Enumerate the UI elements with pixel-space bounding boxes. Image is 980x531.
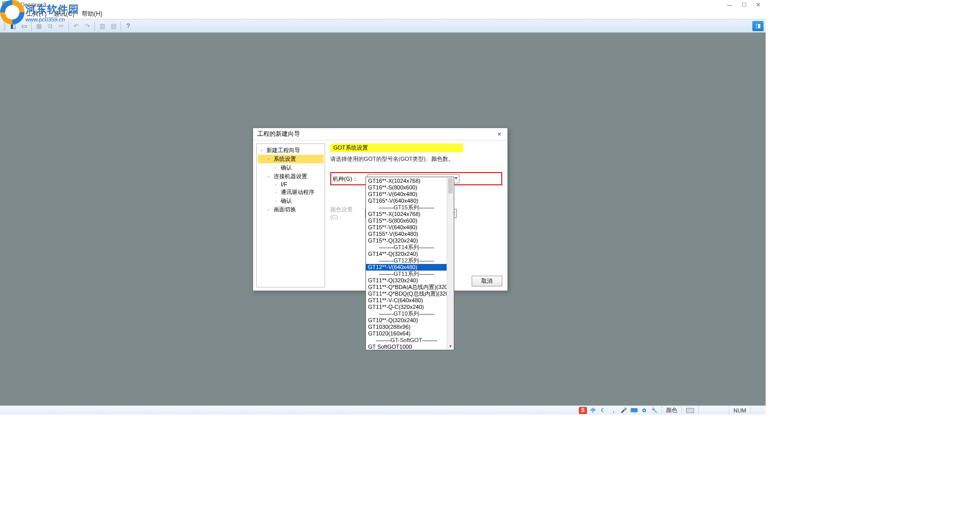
- dropdown-group-header: GT12系列: [366, 257, 447, 264]
- dropdown-item[interactable]: GT15**-V(640x480): [366, 224, 447, 231]
- statusbar: S 中 ☾ ， 🎤 ⌨ ✿ 🔧 颜色 NUM: [0, 405, 766, 415]
- status-empty2: [750, 406, 763, 415]
- dropdown-item[interactable]: GT11**-Q-C(320x240): [366, 304, 447, 310]
- status-empty: [698, 406, 729, 415]
- dropdown-item[interactable]: GT155*-V(640x480): [366, 231, 447, 237]
- model-dropdown-list[interactable]: GT16**-X(1024x768)GT16**-S(800x600)GT16*…: [365, 177, 454, 350]
- tree-node-label: 新建工程向导: [266, 147, 300, 154]
- dropdown-item[interactable]: GT12**-V(640x480): [366, 264, 447, 271]
- toolbar-separator: [94, 21, 95, 31]
- tree-node[interactable]: 连接机器设置: [258, 172, 324, 181]
- dropdown-scrollbar[interactable]: ▲ ▼: [447, 177, 454, 350]
- doc-icon: [258, 148, 265, 154]
- toolbar-align-icon: ▤: [108, 21, 118, 31]
- toolbar-undo-icon: ↶: [71, 21, 81, 31]
- section-header: GOT系统设置: [330, 143, 463, 152]
- ime-gear-icon[interactable]: ✿: [640, 407, 648, 414]
- app-title: GT Designer3: [11, 2, 46, 8]
- dialog-title: 工程的新建向导: [257, 130, 300, 138]
- tree-node-label: 确认: [281, 197, 292, 205]
- toolbar-paste-icon: ▦: [34, 21, 44, 31]
- toolbar-separator: [31, 21, 32, 31]
- dropdown-item[interactable]: GT15**-S(800x600): [366, 218, 447, 224]
- dropdown-group-header: GT15系列: [366, 204, 447, 211]
- dialog-close-button[interactable]: ×: [495, 130, 503, 138]
- dropdown-item[interactable]: GT16**-X(1024x768): [366, 178, 447, 184]
- menu-tools[interactable]: 工具(T): [27, 10, 46, 18]
- status-color-label: 颜色: [662, 406, 681, 415]
- status-num: NUM: [729, 406, 750, 415]
- tree-node[interactable]: 画面切换: [258, 205, 324, 214]
- dropdown-item[interactable]: GT16**-V(640x480): [366, 191, 447, 198]
- ime-tray: S 中 ☾ ， 🎤 ⌨ ✿ 🔧: [576, 407, 662, 414]
- tree-node[interactable]: 确认: [258, 197, 324, 205]
- ime-keyboard-icon[interactable]: ⌨: [630, 407, 638, 414]
- tree-node[interactable]: 确认: [258, 163, 324, 172]
- dialog-titlebar[interactable]: 工程的新建向导 ×: [253, 128, 507, 140]
- dropdown-item[interactable]: GT SoftGOT1000: [366, 344, 447, 350]
- dropdown-item[interactable]: GT15**-X(1024x768): [366, 211, 447, 218]
- status-color-swatch: [681, 406, 698, 415]
- titlebar: GT Designer3 — ☐ ✕: [0, 0, 766, 9]
- window-close-button[interactable]: ✕: [756, 2, 761, 8]
- menu-comm[interactable]: 通讯(C): [54, 10, 75, 18]
- toolbar: ◧ ▭ ▦ ⧉ ✂ ↶ ↷ ▥ ▤ ? ◨: [0, 19, 766, 33]
- dropdown-item[interactable]: GT11**-V-C(640x480): [366, 297, 447, 304]
- dropdown-group-header: GT10系列: [366, 310, 447, 317]
- scroll-thumb[interactable]: [448, 178, 453, 194]
- toolbar-separator: [120, 21, 121, 31]
- tree-node[interactable]: 通讯驱动程序: [258, 188, 324, 197]
- toolbar-redo-icon: ↷: [82, 21, 92, 31]
- model-label: 机种(G)：: [333, 175, 368, 183]
- mon-icon: [265, 174, 272, 180]
- toolbar-help-icon[interactable]: ?: [123, 21, 133, 31]
- ime-tool-icon[interactable]: 🔧: [650, 407, 658, 414]
- toolbar-copy-icon: ⧉: [45, 21, 55, 31]
- tree-node[interactable]: I/F: [258, 181, 324, 188]
- bulb-icon: [272, 165, 279, 171]
- mon-icon: [265, 207, 272, 213]
- bulb-icon: [272, 181, 279, 187]
- tree-node-label: 系统设置: [274, 155, 296, 163]
- tree-node-label: 通讯驱动程序: [281, 188, 314, 196]
- toolbar-separator: [68, 21, 69, 31]
- menu-help[interactable]: 帮助(H): [82, 10, 103, 18]
- tree-node-label: 连接机器设置: [274, 173, 307, 180]
- tree-node-label: 画面切换: [274, 206, 296, 213]
- ime-mic-icon[interactable]: 🎤: [620, 407, 628, 414]
- bulb-icon: [272, 189, 279, 196]
- color-label: 颜色设置(C)：: [330, 206, 365, 221]
- dropdown-item[interactable]: GT11**-Q(320x240): [366, 277, 447, 284]
- dropdown-item[interactable]: GT16**-S(800x600): [366, 184, 447, 191]
- tree-node-label: 确认: [281, 164, 292, 172]
- dropdown-item[interactable]: GT1020(160x64): [366, 330, 447, 337]
- ime-moon-icon[interactable]: ☾: [599, 407, 607, 414]
- dropdown-item[interactable]: GT10**-Q(320x240): [366, 317, 447, 324]
- bulb-icon: [272, 198, 279, 204]
- toolbar-new-icon[interactable]: ◧: [8, 21, 18, 31]
- toolbar-open-icon[interactable]: ▭: [19, 21, 29, 31]
- toolbar-rightpane-icon[interactable]: ◨: [752, 21, 764, 31]
- ime-comma-icon[interactable]: ，: [609, 407, 618, 414]
- app-icon: [2, 1, 9, 8]
- menubar: 工具(T) 通讯(C) 帮助(H): [0, 9, 766, 19]
- dropdown-item[interactable]: GT15**-Q(320x240): [366, 237, 447, 244]
- section-description: 请选择使用的GOT的型号名(GOT类型)、颜色数。: [330, 155, 502, 163]
- tree-node-label: I/F: [281, 181, 287, 187]
- tree-node[interactable]: 系统设置: [258, 155, 324, 163]
- dropdown-item[interactable]: GT11**-Q*BDQ(Q总线内置)(320x240): [366, 291, 447, 297]
- dropdown-item[interactable]: GT11**-Q*BDA(A总线内置)(320x240): [366, 284, 447, 291]
- tree-node[interactable]: 新建工程向导: [258, 146, 324, 155]
- dropdown-group-header: GT14系列: [366, 244, 447, 251]
- window-minimize-button[interactable]: —: [727, 2, 732, 8]
- scroll-down-icon[interactable]: ▼: [447, 343, 454, 350]
- dropdown-item[interactable]: GT1030(288x96): [366, 324, 447, 330]
- window-maximize-button[interactable]: ☐: [742, 2, 747, 8]
- ime-icon-cn[interactable]: 中: [589, 407, 597, 414]
- cancel-button[interactable]: 取消: [472, 276, 502, 286]
- dropdown-item[interactable]: GT165*-V(640x480): [366, 198, 447, 204]
- ime-icon-s[interactable]: S: [579, 407, 587, 414]
- dropdown-item[interactable]: GT14**-Q(320x240): [366, 251, 447, 257]
- toolbar-grip: [4, 21, 6, 31]
- toolbar-grid-icon: ▥: [97, 21, 107, 31]
